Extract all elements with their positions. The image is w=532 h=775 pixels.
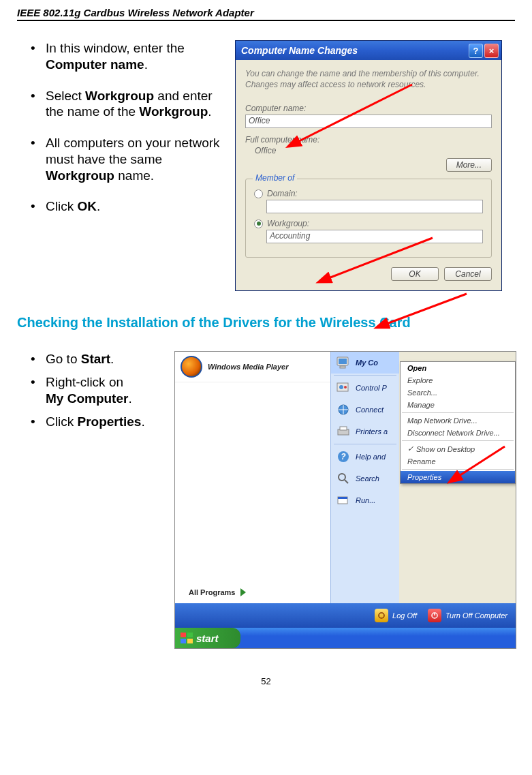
text: In this window, enter the <box>46 41 185 55</box>
label: Help and <box>356 453 386 461</box>
help-icon: ? <box>335 449 351 464</box>
domain-radio-row[interactable]: Domain: <box>254 189 483 198</box>
start-menu-bottom-bar: Log Off Turn Off Computer <box>175 603 516 628</box>
ctx-explore[interactable]: Explore <box>401 374 515 386</box>
ctx-map-drive[interactable]: Map Network Drive... <box>401 414 515 427</box>
workgroup-input[interactable]: Accounting <box>266 230 483 243</box>
page-number: 52 <box>17 676 515 686</box>
svg-rect-5 <box>340 366 345 368</box>
text: . <box>97 199 100 213</box>
text: . <box>144 57 148 72</box>
radio-icon[interactable] <box>254 189 263 198</box>
close-icon[interactable]: × <box>484 44 499 58</box>
my-computer-item[interactable]: My Co <box>331 352 399 374</box>
bold-text: Workgroup <box>85 89 154 103</box>
all-programs-item[interactable]: All Programs <box>189 588 246 596</box>
printers-item[interactable]: Printers a <box>331 421 399 442</box>
section-heading: Checking the Installation of the Drivers… <box>17 315 515 331</box>
bold-text: My Computer <box>46 391 128 406</box>
cancel-button[interactable]: Cancel <box>444 267 492 281</box>
start-menu-screenshot: Windows Media Player All Programs My Co <box>174 351 516 649</box>
search-icon <box>335 471 351 486</box>
ctx-properties[interactable]: Properties <box>401 471 515 483</box>
page-header: IEEE 802.11g Cardbus Wireless Network Ad… <box>17 7 515 21</box>
computer-name-label: Computer name: <box>245 104 492 113</box>
label: Control P <box>356 384 387 392</box>
radio-selected-icon[interactable] <box>254 219 263 228</box>
ctx-show-desktop[interactable]: ✓ Show on Desktop <box>401 442 515 455</box>
triangle-icon <box>240 588 246 596</box>
ctx-open[interactable]: Open <box>401 362 515 374</box>
turn-off-button[interactable]: Turn Off Computer <box>428 609 507 622</box>
domain-label: Domain: <box>267 189 298 198</box>
ok-button[interactable]: OK <box>391 267 439 281</box>
member-of-group: Member of Domain: Workgroup: Accounting <box>245 179 492 258</box>
printer-icon <box>335 424 351 439</box>
svg-point-7 <box>339 385 343 389</box>
full-name-value: Office <box>245 146 492 155</box>
search-item[interactable]: Search <box>331 468 399 489</box>
log-off-button[interactable]: Log Off <box>375 609 417 622</box>
separator <box>402 440 514 441</box>
check-icon: ✓ <box>407 444 413 453</box>
text: Right-click on <box>46 375 123 389</box>
bold-text: Workgroup <box>139 104 208 119</box>
bullet-computer-name: In this window, enter the Computer name. <box>31 40 221 73</box>
control-panel-icon <box>335 380 351 395</box>
wmp-icon <box>181 356 202 378</box>
dialog-titlebar: Computer Name Changes ? × <box>236 41 501 60</box>
computer-name-input[interactable]: Office <box>245 115 492 128</box>
context-menu: Open Explore Search... Manage Map Networ… <box>400 361 516 484</box>
svg-rect-11 <box>340 427 347 430</box>
start-button[interactable]: start <box>175 628 240 648</box>
domain-input[interactable] <box>266 200 483 213</box>
computer-name-dialog: Computer Name Changes ? × You can change… <box>235 40 502 291</box>
start-menu-left-column: Windows Media Player All Programs <box>175 352 330 603</box>
separator <box>402 469 514 470</box>
text: All computers on your network must have … <box>46 136 220 166</box>
bullet-goto-start: Go to Start. <box>31 351 161 367</box>
label: My Co <box>356 359 378 367</box>
run-icon <box>335 493 351 508</box>
wmp-label: Windows Media Player <box>208 363 289 371</box>
start-menu-right-column: My Co Control P Connect <box>330 352 399 603</box>
help-item[interactable]: ? Help and <box>331 446 399 468</box>
text: . <box>128 391 131 406</box>
label: Show on Desktop <box>416 445 475 453</box>
ctx-search[interactable]: Search... <box>401 386 515 399</box>
bullet-same-workgroup: All computers on your network must have … <box>31 135 221 183</box>
more-button[interactable]: More... <box>446 158 492 172</box>
all-programs-label: All Programs <box>189 588 235 596</box>
wmp-item[interactable]: Windows Media Player <box>175 352 330 382</box>
text: Click <box>46 199 77 213</box>
ctx-disconnect-drive[interactable]: Disconnect Network Drive... <box>401 427 515 439</box>
windows-flag-icon <box>181 633 193 643</box>
control-panel-item[interactable]: Control P <box>331 377 399 399</box>
ctx-manage[interactable]: Manage <box>401 399 515 411</box>
text: name. <box>114 168 154 183</box>
computer-icon <box>335 355 351 370</box>
member-of-label: Member of <box>253 173 297 183</box>
run-item[interactable]: Run... <box>331 489 399 511</box>
workgroup-label: Workgroup: <box>267 219 309 228</box>
bold-text: OK <box>77 199 97 213</box>
bullet-click-properties: Click Properties. <box>31 414 161 430</box>
label: Turn Off Computer <box>445 611 507 620</box>
ctx-rename[interactable]: Rename <box>401 455 515 468</box>
workgroup-radio-row[interactable]: Workgroup: <box>254 219 483 228</box>
label: Connect <box>356 406 384 414</box>
bold-text: Computer name <box>46 57 144 72</box>
bullet-rightclick-mycomputer: Right-click on My Computer. <box>31 374 161 407</box>
svg-rect-17 <box>338 497 347 499</box>
help-icon[interactable]: ? <box>469 44 483 58</box>
text: Select <box>46 89 85 103</box>
full-name-label: Full computer name: <box>245 135 492 145</box>
bullet-select-workgroup: Select Workgroup and enter the name of t… <box>31 88 221 121</box>
connect-to-item[interactable]: Connect <box>331 399 399 421</box>
text: Go to <box>46 352 81 366</box>
dialog-title: Computer Name Changes <box>241 45 358 56</box>
svg-text:?: ? <box>341 452 346 461</box>
svg-point-14 <box>339 474 345 481</box>
label: Log Off <box>392 611 417 620</box>
instructions-section-2: Go to Start. Right-click on My Computer.… <box>17 351 161 649</box>
